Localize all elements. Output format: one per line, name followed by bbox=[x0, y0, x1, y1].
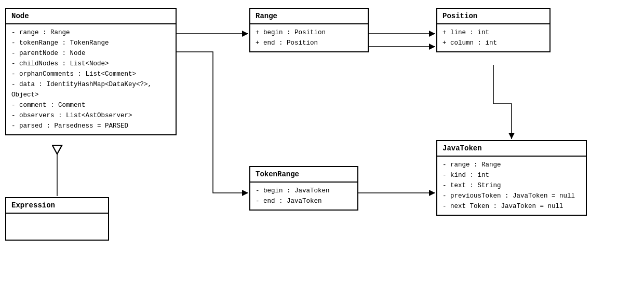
node-attr-7: - comment : Comment bbox=[11, 100, 170, 110]
range-title: Range bbox=[250, 9, 368, 24]
expression-box: Expression bbox=[5, 197, 109, 241]
expression-title: Expression bbox=[6, 198, 108, 214]
node-attr-5: - orphanComments : List<Comment> bbox=[11, 69, 170, 79]
node-attr-4: - childNodes : List<Node> bbox=[11, 59, 170, 69]
position-attr-2: + column : int bbox=[442, 38, 544, 48]
position-box: Position + line : int + column : int bbox=[436, 8, 551, 52]
node-attr-3: - parentNode : Node bbox=[11, 48, 170, 59]
javatoken-body: - range : Range - kind : int - text : St… bbox=[437, 157, 586, 215]
javatoken-attr-4: - previousToken : JavaToken = null bbox=[442, 191, 581, 201]
range-attr-2: + end : Position bbox=[256, 38, 363, 48]
node-attr-8: - observers : List<AstObserver> bbox=[11, 110, 170, 121]
javatoken-box: JavaToken - range : Range - kind : int -… bbox=[436, 140, 587, 216]
node-title: Node bbox=[6, 9, 176, 24]
javatoken-attr-2: - kind : int bbox=[442, 170, 581, 180]
javatoken-attr-5: - next Token : JavaToken = null bbox=[442, 201, 581, 212]
range-body: + begin : Position + end : Position bbox=[250, 24, 368, 51]
position-attr-1: + line : int bbox=[442, 27, 544, 38]
javatoken-attr-3: - text : String bbox=[442, 180, 581, 191]
expression-body bbox=[6, 214, 108, 240]
tokenrange-box: TokenRange - begin : JavaToken - end : J… bbox=[249, 166, 358, 211]
node-attr-6: - data : IdentityHashMap<DataKey<?>, Obj… bbox=[11, 79, 170, 100]
position-body: + line : int + column : int bbox=[437, 24, 549, 51]
node-attr-2: - tokenRange : TokenRange bbox=[11, 38, 170, 48]
tokenrange-attr-2: - end : JavaToken bbox=[256, 196, 352, 206]
node-attr-9: - parsed : Parsedness = PARSED bbox=[11, 121, 170, 131]
javatoken-title: JavaToken bbox=[437, 141, 586, 157]
javatoken-attr-1: - range : Range bbox=[442, 160, 581, 170]
node-body: - range : Range - tokenRange : TokenRang… bbox=[6, 24, 176, 134]
tokenrange-body: - begin : JavaToken - end : JavaToken bbox=[250, 183, 357, 210]
node-box: Node - range : Range - tokenRange : Toke… bbox=[5, 8, 177, 135]
diagram-container: Node - range : Range - tokenRange : Toke… bbox=[0, 0, 644, 307]
tokenrange-attr-1: - begin : JavaToken bbox=[256, 186, 352, 196]
range-box: Range + begin : Position + end : Positio… bbox=[249, 8, 369, 52]
node-attr-1: - range : Range bbox=[11, 27, 170, 38]
tokenrange-title: TokenRange bbox=[250, 167, 357, 183]
position-title: Position bbox=[437, 9, 549, 24]
range-attr-1: + begin : Position bbox=[256, 27, 363, 38]
